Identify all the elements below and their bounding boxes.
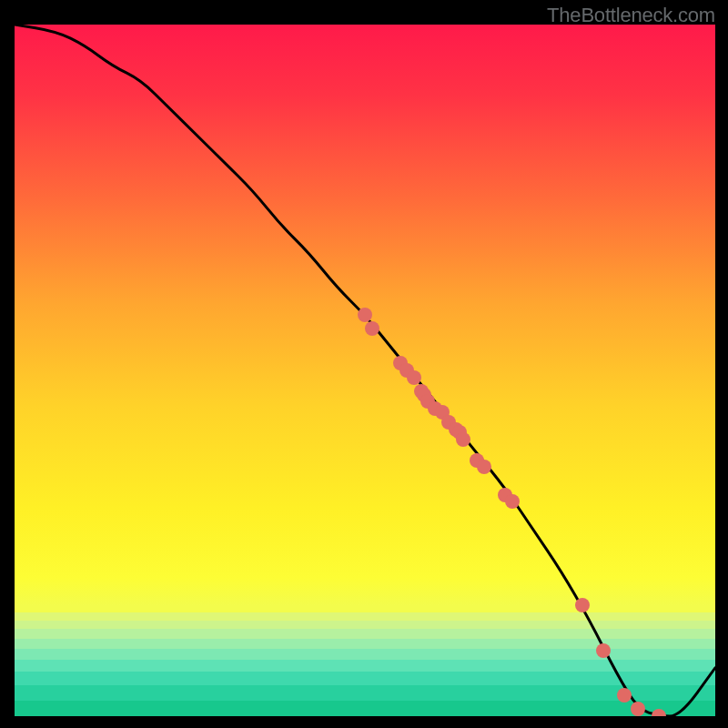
scatter-dot <box>358 308 372 322</box>
scatter-dot <box>365 321 379 336</box>
scatter-dot <box>631 702 645 716</box>
scatter-dot <box>477 460 491 474</box>
scatter-dot <box>505 494 520 509</box>
curve-path <box>15 25 715 716</box>
plot-area <box>15 25 715 716</box>
bottleneck-curve <box>15 25 715 716</box>
scatter-dot <box>407 370 421 385</box>
chart-frame: TheBottleneck.com <box>0 0 728 728</box>
scatter-dot <box>617 688 632 703</box>
scatter-dot <box>575 598 590 612</box>
scatter-dot <box>596 643 611 658</box>
scatter-dot <box>456 432 470 447</box>
